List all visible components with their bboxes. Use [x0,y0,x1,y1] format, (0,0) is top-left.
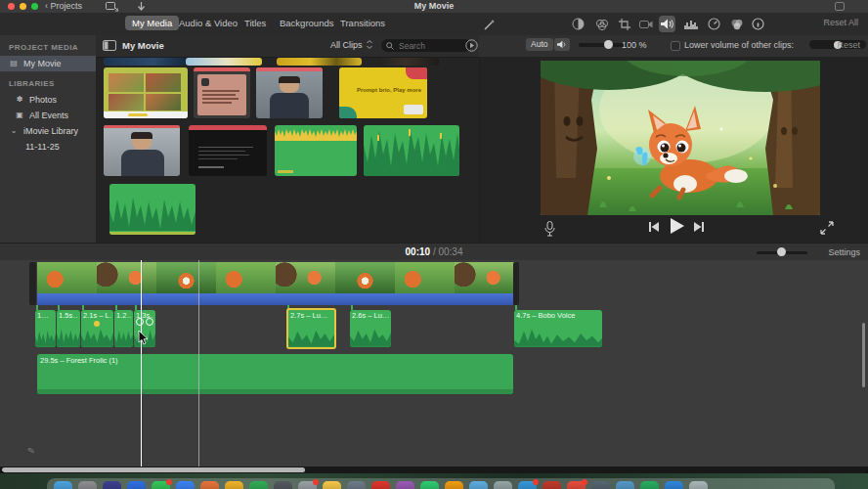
clips-filter-dropdown[interactable]: All Clips [330,40,372,50]
fade-handle-right[interactable] [146,318,153,326]
next-frame-button[interactable] [693,221,705,233]
enhance-wand-icon[interactable] [484,19,496,30]
lower-volume-checkbox[interactable] [671,41,680,51]
window-control-icon[interactable] [835,2,845,11]
play-button[interactable] [670,217,685,235]
clip-filter-icon[interactable] [728,16,745,32]
audio-clip-bobo-voice[interactable]: 4.7s – Bobo Voice [514,310,602,347]
tab-my-media[interactable]: My Media [125,16,179,30]
dock-app-icon[interactable] [420,481,439,489]
dock-app-icon[interactable] [689,481,708,489]
fullscreen-icon[interactable] [820,221,834,235]
audio-clip-1[interactable]: 1… [35,310,56,347]
dock-app-icon[interactable] [347,481,366,489]
audio-clip-7[interactable]: 2.6s – Lu… [350,310,391,347]
dock-app-icon[interactable] [518,481,537,489]
sidebar-item-my-movie[interactable]: ▤ My Movie [0,56,96,71]
dock-app-icon[interactable] [396,481,414,489]
filmstrip-frame[interactable] [156,262,217,293]
macos-dock[interactable] [47,478,835,489]
media-thumbnail-document[interactable] [194,67,250,118]
mute-button[interactable] [554,38,570,51]
timeline-settings-button[interactable]: Settings [828,247,860,257]
search-input[interactable] [397,40,459,52]
record-voiceover-mic-icon[interactable] [544,221,555,237]
dock-app-icon[interactable] [78,481,97,489]
dock-app-icon[interactable] [665,481,683,489]
sidebar-item-all-events[interactable]: ▣ All Events [0,108,96,123]
dock-app-icon[interactable] [176,481,195,489]
reset-all-button[interactable]: Reset All [823,18,858,27]
dock-app-icon[interactable] [323,481,341,489]
media-thumbnail-terminal[interactable] [189,125,267,176]
tab-transitions[interactable]: Transitions [333,16,392,30]
dock-app-icon[interactable] [591,481,610,489]
video-audio-waveform-bar[interactable] [37,293,513,305]
dock-app-icon[interactable] [225,481,243,489]
media-thumbnail[interactable] [277,58,362,66]
dock-app-icon[interactable] [103,481,121,489]
tab-backgrounds[interactable]: Backgrounds [273,16,340,30]
dock-app-icon[interactable] [445,481,463,489]
dock-app-icon[interactable] [249,481,268,489]
filmstrip-frame[interactable] [216,262,277,293]
media-thumbnail-audio-2[interactable] [364,125,459,176]
sidebar-item-event-date[interactable]: 11-11-25 [0,139,96,155]
speed-icon[interactable] [706,16,722,32]
media-import-icon[interactable] [106,2,118,12]
dock-app-icon[interactable] [54,481,72,489]
volume-icon[interactable] [659,16,675,32]
color-correction-icon[interactable] [593,16,610,32]
dock-app-icon[interactable] [127,481,146,489]
zoom-window-button[interactable] [31,3,38,10]
dock-app-icon[interactable] [469,481,488,489]
timeline-right-trim-handle[interactable] [513,262,519,305]
filmstrip-frame[interactable] [276,262,336,293]
minimize-window-button[interactable] [20,3,26,10]
close-window-button[interactable] [8,3,15,10]
chevron-down-icon[interactable]: ⌄ [9,123,19,139]
timeline-hscroll-track[interactable] [0,467,868,473]
sidebar-item-photos[interactable]: ✽ Photos [0,92,96,108]
timeline-vertical-scrollbar[interactable] [862,323,865,387]
dock-app-icon[interactable] [371,481,390,489]
timeline-left-trim-handle[interactable] [29,262,36,305]
dock-app-icon[interactable] [640,481,659,489]
timeline-hscroll-thumb[interactable] [2,467,305,472]
noise-eq-icon[interactable] [682,16,699,32]
download-icon[interactable] [137,2,146,12]
filmstrip-frame[interactable] [395,262,456,293]
volume-slider-knob[interactable] [604,40,613,49]
tab-audio-video[interactable]: Audio & Video [172,16,244,30]
crop-icon[interactable] [616,16,632,32]
filmstrip-frame[interactable] [455,262,515,293]
filmstrip-frame[interactable] [37,262,98,293]
sidebar-toggle-icon[interactable] [103,40,116,51]
dock-app-icon[interactable] [567,481,586,489]
media-thumbnail[interactable] [186,58,262,66]
filmstrip-frame[interactable] [97,262,157,293]
stabilization-icon[interactable] [637,16,654,32]
media-thumbnail-audio-1[interactable] [275,125,357,176]
reset-button[interactable]: Reset [837,40,860,50]
audio-clip-2[interactable]: 1.5s… [57,310,80,347]
media-thumbnail[interactable] [378,58,439,66]
media-thumbnail-collage[interactable] [104,67,188,118]
skimmer-line[interactable] [141,260,142,467]
tab-titles[interactable]: Titles [238,16,273,30]
dock-app-icon[interactable] [542,481,561,489]
previous-frame-button[interactable] [648,221,660,233]
sidebar-item-imovie-library[interactable]: ⌄ iMovie Library [0,123,96,139]
media-thumbnail-yellow-design[interactable]: Prompt brio, Play more [339,67,427,118]
media-thumbnail[interactable] [104,58,186,66]
dock-app-icon[interactable] [274,481,292,489]
dock-app-icon[interactable] [494,481,512,489]
audio-clip-4[interactable]: 1.2… [114,310,133,347]
search-field[interactable] [381,39,471,52]
dock-app-icon[interactable] [616,481,634,489]
preview-image-fox-forest[interactable] [541,61,820,215]
fade-handle-left[interactable] [136,318,144,326]
filmstrip-frame[interactable] [335,262,396,293]
back-to-projects-button[interactable]: ‹ Projects [45,1,82,11]
playhead-line[interactable] [198,260,199,467]
